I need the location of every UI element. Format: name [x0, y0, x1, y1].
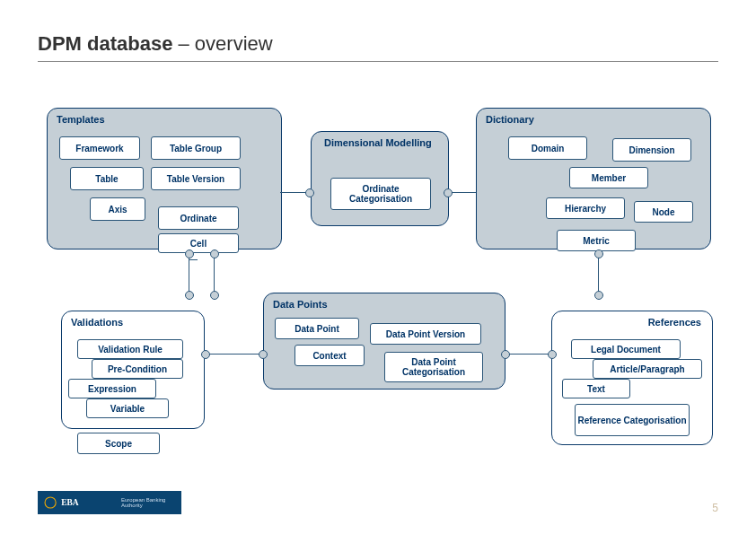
node-variable: Variable — [86, 398, 169, 418]
eba-logo-icon: EBA — [43, 495, 116, 511]
svg-point-0 — [45, 497, 56, 508]
connector-dot — [594, 249, 603, 258]
panel-title-validations: Validations — [71, 317, 123, 328]
node-reference-categorisation: Reference Categorisation — [575, 404, 690, 436]
title-rest: – overview — [172, 32, 272, 55]
connector — [203, 354, 262, 355]
node-metric: Metric — [557, 230, 636, 251]
title-bold: DPM database — [38, 32, 172, 55]
node-ordinate: Ordinate — [158, 206, 239, 230]
node-hierarchy: Hierarchy — [546, 197, 625, 219]
connector-dot — [305, 188, 314, 197]
connector-dot — [210, 249, 219, 258]
eba-logo: EBA European Banking Authority — [38, 491, 181, 514]
node-legal-document: Legal Document — [571, 339, 681, 359]
node-data-point-version: Data Point Version — [370, 323, 481, 345]
node-data-point-categorisation: Data Point Categorisation — [384, 352, 483, 382]
panel-title-dictionary: Dictionary — [486, 114, 534, 125]
svg-text:EBA: EBA — [61, 498, 79, 507]
panel-title-dim-model: Dimensional Modelling — [324, 137, 432, 149]
panel-title-templates: Templates — [57, 114, 105, 125]
node-table: Table — [70, 167, 144, 190]
node-member: Member — [569, 167, 648, 188]
node-domain: Domain — [508, 136, 587, 160]
connector-dot — [210, 291, 219, 300]
node-ordinate-categorisation: Ordinate Categorisation — [330, 178, 431, 210]
page-title: DPM database – overview — [38, 32, 273, 56]
node-axis: Axis — [90, 197, 145, 221]
node-dimension: Dimension — [612, 138, 691, 162]
panel-title-data-points: Data Points — [273, 299, 328, 310]
node-validation-rule: Validation Rule — [77, 339, 183, 359]
node-scope: Scope — [77, 433, 160, 454]
connector-dot — [444, 188, 453, 197]
node-text: Text — [562, 379, 630, 398]
node-article-paragraph: Article/Paragraph — [593, 359, 702, 379]
node-context: Context — [294, 345, 365, 366]
connector-dot — [185, 249, 194, 258]
connector-dot — [185, 291, 194, 300]
node-table-group: Table Group — [151, 136, 241, 160]
eba-logo-text: European Banking Authority — [121, 497, 181, 509]
node-pre-condition: Pre-Condition — [92, 359, 183, 379]
node-cell: Cell — [158, 233, 239, 253]
node-node: Node — [634, 201, 693, 223]
connector-dot — [201, 350, 210, 359]
node-expression: Expression — [68, 379, 156, 398]
node-data-point: Data Point — [275, 318, 359, 339]
node-table-version: Table Version — [151, 167, 241, 190]
node-framework: Framework — [59, 136, 140, 160]
connector-dot — [548, 350, 557, 359]
title-underline — [38, 61, 718, 62]
panel-title-references: References — [648, 317, 701, 328]
connector — [189, 259, 198, 260]
connector-dot — [259, 350, 268, 359]
connector-dot — [501, 350, 510, 359]
page-number: 5 — [712, 502, 718, 514]
connector-dot — [594, 291, 603, 300]
connector — [505, 354, 551, 355]
